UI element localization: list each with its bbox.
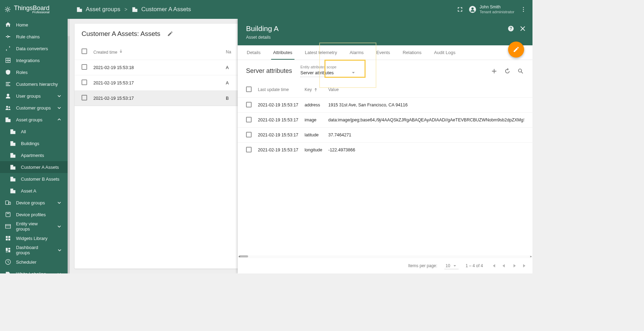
sidebar-item-data-converters[interactable]: Data converters	[0, 43, 68, 54]
refresh-icon[interactable]	[504, 68, 511, 75]
tab-latest-telemetry[interactable]: Latest telemetry	[299, 45, 344, 60]
select-all-checkbox[interactable]	[82, 48, 87, 54]
sidebar-item-asset-groups[interactable]: Asset groups	[0, 114, 68, 126]
user-menu[interactable]: John Smith Tenant administrator	[469, 5, 514, 14]
sidebar: HomeRule chainsData convertersIntegratio…	[0, 19, 68, 273]
sidebar-item-white-labeling[interactable]: White Labeling	[0, 268, 68, 273]
users-icon	[5, 105, 11, 111]
widgets-icon	[5, 235, 11, 241]
nav-label: Dashboard groups	[16, 245, 51, 255]
search-icon[interactable]	[517, 68, 524, 75]
attr-checkbox[interactable]	[246, 147, 252, 152]
panel-title: Building A	[246, 24, 524, 33]
more-icon[interactable]	[520, 6, 527, 13]
attr-row[interactable]: 2021-02-19 15:53:17latitude37.7464271	[238, 127, 532, 142]
tab-details[interactable]: Details	[240, 45, 267, 60]
nav-label: Roles	[16, 70, 28, 75]
label-icon	[5, 271, 11, 273]
cell-created: 2021-02-19 15:53:17	[93, 96, 226, 101]
breadcrumb-separator: >	[124, 7, 127, 12]
sidebar-item-home[interactable]: Home	[0, 19, 68, 31]
schedule-icon	[5, 259, 11, 265]
col-last-update[interactable]: Last update time	[258, 87, 305, 92]
tab-attributes[interactable]: Attributes	[267, 45, 299, 60]
chevron-down-icon	[56, 247, 63, 254]
next-page-icon[interactable]	[511, 262, 518, 269]
header: ThingsBoard Professional Asset groups > …	[0, 0, 532, 19]
cell-value: 37.7464271	[328, 133, 524, 137]
sidebar-item-all[interactable]: All	[0, 126, 68, 137]
sidebar-item-integrations[interactable]: Integrations	[0, 54, 68, 66]
pencil-icon[interactable]	[167, 30, 174, 37]
tab-relations[interactable]: Relations	[396, 45, 428, 60]
sidebar-item-customers-hierarchy[interactable]: Customers hierarchy	[0, 78, 68, 90]
help-icon[interactable]	[507, 25, 514, 32]
sidebar-item-device-groups[interactable]: Device groups	[0, 197, 68, 209]
last-page-icon[interactable]	[521, 262, 528, 269]
chevron-down-icon	[56, 223, 63, 230]
edit-fab[interactable]	[508, 42, 524, 58]
attr-select-all[interactable]	[246, 86, 252, 92]
nav-label: User groups	[16, 93, 41, 99]
row-checkbox[interactable]	[82, 95, 87, 100]
sidebar-item-asset-a[interactable]: Asset A	[0, 185, 68, 197]
sidebar-item-dashboard-groups[interactable]: Dashboard groups	[0, 244, 68, 256]
sidebar-item-entity-view-groups[interactable]: Entity view groups	[0, 220, 68, 232]
fullscreen-icon[interactable]	[457, 6, 463, 13]
sidebar-item-buildings[interactable]: Buildings	[0, 137, 68, 149]
nav-label: Asset A	[21, 188, 36, 194]
attr-checkbox[interactable]	[246, 102, 252, 107]
sidebar-item-rule-chains[interactable]: Rule chains	[0, 31, 68, 43]
sort-asc-icon	[313, 87, 318, 92]
nav-label: Buildings	[21, 141, 39, 146]
tab-events[interactable]: Events	[370, 45, 397, 60]
domain-icon	[76, 6, 83, 13]
scope-select[interactable]: Entity attributes scope Server attribute…	[300, 65, 356, 77]
sidebar-item-device-profiles[interactable]: Device profiles	[0, 209, 68, 220]
attr-checkbox[interactable]	[246, 132, 252, 137]
col-created[interactable]: Created time	[93, 49, 226, 55]
row-checkbox[interactable]	[82, 64, 87, 70]
breadcrumb-asset-groups[interactable]: Asset groups	[76, 6, 120, 13]
dropdown-icon	[351, 70, 356, 75]
attr-row[interactable]: 2021-02-19 15:53:17longitude-122.4973866	[238, 142, 532, 157]
attr-row[interactable]: 2021-02-19 15:53:17imagedata:image/jpeg;…	[238, 112, 532, 127]
breadcrumb-customer-a[interactable]: Customer A Assets	[131, 6, 191, 13]
main: Customer A Assets: Assets Created time N…	[70, 19, 532, 273]
sidebar-item-widgets-library[interactable]: Widgets Library	[0, 232, 68, 244]
sidebar-item-customer-b-assets[interactable]: Customer B Assets	[0, 173, 68, 185]
sidebar-item-customer-a-assets[interactable]: Customer A Assets	[0, 161, 68, 173]
rules-icon	[5, 33, 11, 40]
tab-audit-logs[interactable]: Audit Logs	[428, 45, 462, 60]
horizontal-scrollbar[interactable]: ◄ ►	[238, 255, 532, 258]
cell-created: 2021-02-19 15:53:17	[93, 81, 226, 85]
first-page-icon[interactable]	[490, 262, 497, 269]
nav-label: Home	[16, 22, 28, 28]
add-icon[interactable]	[491, 68, 498, 75]
close-icon[interactable]	[519, 25, 526, 32]
breadcrumbs: Asset groups > Customer A Assets	[68, 6, 457, 13]
logo[interactable]: ThingsBoard Professional	[0, 5, 68, 14]
tab-alarms[interactable]: Alarms	[343, 45, 370, 60]
sidebar-item-user-groups[interactable]: User groups	[0, 90, 68, 102]
paginator: Items per page: 10 1 – 4 of 4	[238, 258, 532, 273]
panel-tabs: DetailsAttributesLatest telemetryAlarmsE…	[238, 45, 532, 60]
nav-label: Entity view groups	[16, 221, 51, 232]
col-value[interactable]: Value	[328, 87, 524, 92]
col-key[interactable]: Key	[305, 87, 328, 92]
nav-label: White Labeling	[16, 271, 46, 274]
page-size-select[interactable]: 10	[444, 263, 459, 269]
attr-row[interactable]: 2021-02-19 15:53:17address1915 31st Ave,…	[238, 97, 532, 112]
home-icon	[5, 22, 11, 28]
sidebar-item-scheduler[interactable]: Scheduler	[0, 256, 68, 268]
prev-page-icon[interactable]	[500, 262, 507, 269]
attr-checkbox[interactable]	[246, 117, 252, 122]
cell-time: 2021-02-19 15:53:17	[258, 103, 305, 107]
sort-desc-icon	[118, 49, 123, 54]
sidebar-item-customer-groups[interactable]: Customer groups	[0, 102, 68, 114]
sidebar-item-apartments[interactable]: Apartments	[0, 149, 68, 161]
sidebar-item-roles[interactable]: Roles	[0, 66, 68, 78]
cell-key: image	[305, 118, 328, 122]
chevron-up-icon	[56, 116, 63, 123]
row-checkbox[interactable]	[82, 80, 87, 85]
